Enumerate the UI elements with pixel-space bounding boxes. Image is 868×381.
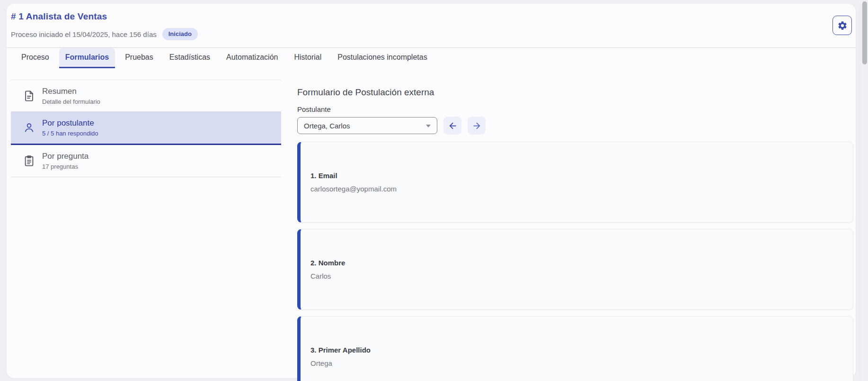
next-postulante-button[interactable]	[468, 117, 486, 135]
form-answers-panel: Formulario de Postulación externa Postul…	[297, 80, 853, 381]
process-meta-row: Proceso iniciado el 15/04/2025, hace 156…	[11, 28, 198, 40]
sidebar-item-por-pregunta[interactable]: Por pregunta 17 preguntas	[11, 145, 281, 177]
arrow-left-icon	[448, 121, 458, 131]
question-label: 1. Email	[310, 172, 853, 180]
formularios-content: Resumen Detalle del formulario Por postu…	[7, 68, 856, 381]
process-panel: # 1 Analista de Ventas Proceso iniciado …	[7, 4, 856, 378]
tab-automatizacion[interactable]: Automatización	[220, 48, 284, 68]
chevron-down-icon	[426, 125, 431, 127]
sidebar-item-por-postulante[interactable]: Por postulante 5 / 5 han respondido	[11, 112, 281, 145]
clipboard-icon	[23, 154, 35, 167]
answer-card-email: 1. Email carlosortega@yopmail.com	[297, 142, 853, 223]
sidebar-item-subtitle: Detalle del formulario	[42, 98, 100, 105]
answer-card-primer-apellido: 3. Primer Apellido Ortega	[297, 316, 853, 381]
tab-postulaciones-incompletas[interactable]: Postulaciones incompletas	[331, 48, 433, 68]
answer-value: Ortega	[310, 359, 853, 367]
form-title: Formulario de Postulación externa	[297, 87, 853, 98]
process-header-text: # 1 Analista de Ventas Proceso iniciado …	[11, 11, 198, 40]
arrow-right-icon	[472, 121, 482, 131]
sidebar-item-text: Por postulante 5 / 5 han respondido	[42, 118, 98, 137]
scrollbar-thumb[interactable]	[862, 1, 867, 64]
postulante-select[interactable]: Ortega, Carlos	[297, 117, 437, 134]
gear-icon	[837, 20, 848, 31]
tab-bar: Proceso Formularios Pruebas Estadísticas…	[7, 48, 856, 68]
tab-proceso[interactable]: Proceso	[15, 48, 55, 68]
answer-card-nombre: 2. Nombre Carlos	[297, 229, 853, 310]
page-title: # 1 Analista de Ventas	[11, 11, 198, 22]
question-label: 2. Nombre	[310, 259, 853, 267]
sidebar-item-text: Por pregunta 17 preguntas	[42, 152, 89, 170]
tab-historial[interactable]: Historial	[288, 48, 328, 68]
answer-value: Carlos	[310, 272, 853, 280]
settings-button[interactable]	[833, 16, 852, 35]
sidebar-item-title: Resumen	[42, 87, 100, 96]
question-label: 3. Primer Apellido	[310, 346, 853, 354]
vertical-scrollbar[interactable]	[861, 0, 868, 381]
sidebar-item-subtitle: 17 preguntas	[42, 163, 89, 170]
document-icon	[23, 90, 35, 102]
sidebar-item-resumen[interactable]: Resumen Detalle del formulario	[11, 80, 281, 112]
process-start-info: Proceso iniciado el 15/04/2025, hace 156…	[11, 30, 157, 38]
tab-formularios[interactable]: Formularios	[59, 48, 115, 68]
previous-postulante-button[interactable]	[443, 117, 461, 135]
postulante-select-value: Ortega, Carlos	[304, 122, 350, 130]
person-icon	[23, 121, 35, 134]
tab-estadisticas[interactable]: Estadísticas	[163, 48, 216, 68]
tab-pruebas[interactable]: Pruebas	[119, 48, 159, 68]
postulante-selector-row: Ortega, Carlos	[297, 117, 853, 135]
status-badge: Iniciado	[162, 28, 198, 40]
sidebar-item-title: Por pregunta	[42, 152, 89, 161]
answer-value: carlosortega@yopmail.com	[310, 185, 853, 193]
process-header: # 1 Analista de Ventas Proceso iniciado …	[7, 4, 856, 40]
postulante-label: Postulante	[297, 105, 853, 113]
sidebar-item-text: Resumen Detalle del formulario	[42, 87, 100, 105]
sidebar-item-title: Por postulante	[42, 118, 98, 128]
answer-card-list: 1. Email carlosortega@yopmail.com 2. Nom…	[297, 142, 853, 381]
form-view-list: Resumen Detalle del formulario Por postu…	[11, 80, 281, 177]
sidebar-item-subtitle: 5 / 5 han respondido	[42, 130, 98, 137]
